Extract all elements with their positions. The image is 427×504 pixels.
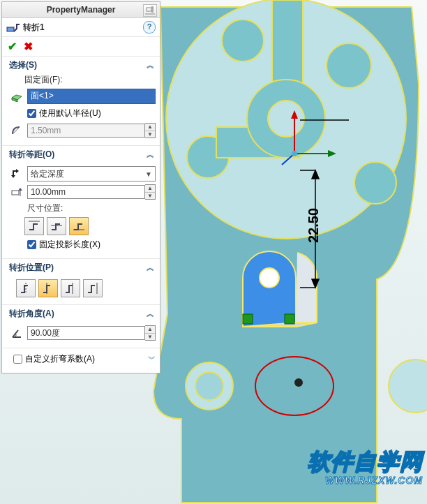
svg-point-6 bbox=[268, 101, 304, 137]
ok-button[interactable]: ✔ bbox=[8, 40, 17, 53]
svg-rect-32 bbox=[7, 27, 14, 31]
custom-bend-allowance-checkbox[interactable] bbox=[13, 355, 22, 364]
svg-point-9 bbox=[389, 360, 427, 413]
offset-spinner[interactable]: ▲▼ bbox=[145, 184, 156, 200]
svg-point-22 bbox=[292, 151, 297, 156]
chevron-up-icon: ︽ bbox=[147, 149, 154, 160]
svg-marker-35 bbox=[11, 175, 15, 178]
chevron-up-icon: ︽ bbox=[147, 309, 154, 319]
svg-rect-30 bbox=[151, 6, 153, 13]
bend-radius-input: 1.50mm bbox=[27, 124, 145, 138]
property-manager-panel: PropertyManager 转折1 ? ✔ ✖ 选择(S) ︽ 固定面(F)… bbox=[1, 1, 160, 373]
panel-title-bar: PropertyManager bbox=[2, 2, 160, 18]
end-condition-combo[interactable]: 给定深度▼ bbox=[27, 166, 156, 181]
svg-point-10 bbox=[260, 268, 279, 288]
svg-marker-34 bbox=[16, 169, 19, 173]
cancel-button[interactable]: ✖ bbox=[24, 40, 33, 53]
section-jog-angle-header[interactable]: 转折角度(A) ︽ bbox=[2, 305, 160, 321]
panel-title: PropertyManager bbox=[47, 5, 116, 15]
angle-icon bbox=[9, 326, 24, 340]
jog-pos-bend-centerline-button[interactable] bbox=[16, 279, 36, 297]
svg-point-4 bbox=[354, 162, 396, 204]
svg-rect-24 bbox=[285, 314, 294, 324]
chevron-up-icon: ︽ bbox=[147, 60, 154, 71]
face-pick-icon[interactable] bbox=[9, 89, 24, 103]
fixed-face-selection[interactable]: 面<1> bbox=[27, 89, 156, 104]
svg-rect-36 bbox=[12, 191, 19, 195]
feature-name: 转折1 bbox=[23, 22, 45, 34]
svg-rect-23 bbox=[243, 314, 253, 324]
radius-icon bbox=[9, 124, 24, 138]
jog-feature-icon bbox=[6, 21, 20, 34]
offset-distance-input[interactable]: 10.00mm bbox=[27, 185, 145, 199]
chevron-up-icon: ︽ bbox=[147, 262, 154, 273]
dimension-text: 22.50 bbox=[306, 208, 321, 243]
reverse-direction-icon[interactable] bbox=[9, 167, 24, 181]
svg-point-2 bbox=[327, 43, 371, 88]
fix-projection-length-label: 固定投影长度(X) bbox=[39, 239, 100, 251]
dim-pos-overall-button[interactable] bbox=[69, 217, 89, 235]
dim-position-label: 尺寸位置: bbox=[27, 202, 156, 214]
custom-bend-allowance-label: 自定义折弯系数(A) bbox=[25, 353, 95, 365]
dim-pos-outside-button[interactable] bbox=[24, 217, 44, 235]
section-select-header[interactable]: 选择(S) ︽ bbox=[2, 57, 160, 73]
fixed-face-label: 固定面(F): bbox=[24, 74, 156, 86]
jog-pos-material-outside-button[interactable] bbox=[61, 279, 80, 297]
section-offset-header[interactable]: 转折等距(O) ︽ bbox=[2, 146, 160, 162]
pin-icon[interactable] bbox=[143, 4, 157, 17]
jog-angle-input[interactable]: 90.00度 bbox=[27, 326, 145, 340]
jog-pos-material-inside-button[interactable] bbox=[38, 279, 58, 297]
chevron-down-icon: ︾ bbox=[148, 354, 156, 364]
svg-point-8 bbox=[195, 372, 223, 400]
jog-pos-bend-outside-button[interactable] bbox=[83, 279, 103, 297]
depth-icon bbox=[9, 185, 24, 199]
watermark: 软件自学网 WWW.RJZXW.COM bbox=[308, 447, 423, 486]
radius-spinner: ▲▼ bbox=[145, 123, 156, 138]
dim-pos-inside-button[interactable] bbox=[47, 217, 66, 235]
help-icon[interactable]: ? bbox=[143, 21, 156, 34]
use-default-radius-label: 使用默认半径(U) bbox=[39, 108, 101, 119]
use-default-radius-checkbox[interactable] bbox=[27, 109, 36, 118]
svg-rect-29 bbox=[147, 8, 151, 11]
angle-spinner[interactable]: ▲▼ bbox=[145, 325, 156, 341]
fix-projection-length-checkbox[interactable] bbox=[27, 240, 36, 249]
section-jog-position-header[interactable]: 转折位置(P) ︽ bbox=[2, 259, 160, 275]
svg-point-1 bbox=[222, 20, 264, 61]
svg-marker-38 bbox=[18, 188, 22, 191]
